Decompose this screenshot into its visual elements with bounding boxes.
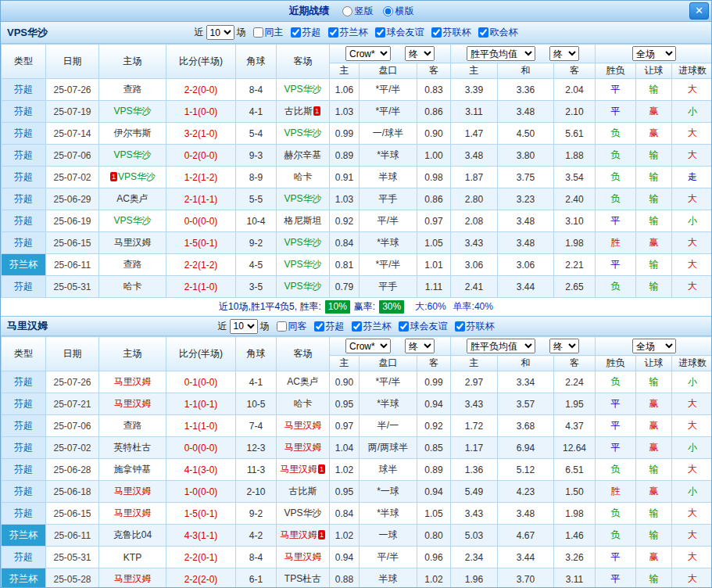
filter-checkbox[interactable]: 球会友谊 (399, 320, 448, 333)
home-team-cell[interactable]: AC奥卢 (99, 188, 166, 210)
filter-checkbox[interactable]: 芬联杯 (431, 26, 471, 39)
filter-checkbox[interactable]: 欧会杯 (478, 26, 518, 39)
away-team-cell[interactable]: 马里汉姆 (277, 437, 330, 459)
date-cell: 25-07-26 (46, 79, 99, 101)
filter-checkbox-input[interactable] (399, 321, 409, 332)
team-name-text: 古比斯 (289, 486, 317, 497)
goals-result-cell: 大 (672, 415, 712, 437)
home-team-cell[interactable]: 哈卡 (99, 276, 166, 298)
home-team-cell[interactable]: 马里汉姆 (99, 232, 166, 254)
avg-odds-select[interactable]: 胜平负均值 (467, 46, 535, 61)
away-team-cell[interactable]: VPS华沙 (277, 79, 330, 101)
away-team-cell[interactable]: 哈卡 (277, 167, 330, 188)
filter-checkbox[interactable]: 芬兰杯 (328, 26, 368, 39)
filter-checkbox-input[interactable] (431, 27, 442, 38)
away-team-cell[interactable]: VPS华沙 (277, 232, 330, 254)
home-team-cell[interactable]: 查路 (99, 415, 166, 437)
away-team-cell[interactable]: 赫尔辛基 (277, 145, 330, 167)
away-team-cell[interactable]: VPS华沙 (277, 254, 330, 276)
fulltime-select[interactable]: 全场 (632, 339, 676, 353)
away-team-cell[interactable]: 哈卡 (277, 393, 330, 415)
filter-checkbox-input[interactable] (253, 27, 263, 38)
home-team-cell[interactable]: 查路 (99, 79, 166, 101)
matches-table-mariehamn: 类型 日期 主场 比分(半场) 角球 客场 Crow*终 胜平负均值终 全场 (1, 336, 712, 588)
filter-checkbox-input[interactable] (314, 321, 324, 332)
away-team-cell[interactable]: VPS华沙 (277, 276, 330, 298)
home-team-cell[interactable]: 1VPS华沙 (99, 167, 166, 188)
filter-checkbox[interactable]: 球会友谊 (375, 26, 424, 39)
score-cell: 0-0(0-0) (166, 210, 236, 232)
filter-checkbox-input[interactable] (352, 321, 362, 332)
home-team-cell[interactable]: 马里汉姆 (99, 503, 166, 525)
filter-checkbox[interactable]: 芬超 (291, 26, 321, 39)
home-team-cell[interactable]: 施拿钟基 (99, 459, 166, 481)
bookmaker-select[interactable]: Crow* (345, 339, 391, 353)
handicap-result-cell: 输 (636, 276, 672, 298)
home-team-cell[interactable]: 查路 (99, 254, 166, 276)
away-team-cell[interactable]: 古比斯1 (277, 101, 330, 123)
home-team-cell[interactable]: VPS华沙 (99, 101, 166, 123)
fulltime-select[interactable]: 全场 (632, 46, 676, 61)
away-team-cell[interactable]: AC奥卢 (277, 371, 330, 393)
odds-away-cell: 0.86 (417, 188, 451, 210)
home-team-cell[interactable]: 克鲁比04 (99, 525, 166, 547)
team-name-text: 马里汉姆 (114, 486, 152, 497)
match-row: 芬超25-07-19VPS华沙1-1(0-0)4-1古比斯11.03*平/半0.… (2, 101, 712, 123)
away-team-cell[interactable]: VPS华沙 (277, 188, 330, 210)
filter-checkbox-input[interactable] (375, 27, 385, 38)
layout-vertical-option[interactable]: 竖版 (342, 5, 374, 18)
home-team-cell[interactable]: 马里汉姆 (99, 481, 166, 503)
filter-checkbox-input[interactable] (277, 321, 287, 332)
final-odds-select[interactable]: 终 (405, 339, 435, 353)
close-icon[interactable]: ✕ (689, 2, 709, 20)
away-team-cell[interactable]: 马里汉姆 (277, 547, 330, 568)
horizontal-radio[interactable] (383, 6, 393, 16)
vertical-radio[interactable] (342, 6, 352, 16)
filter-checkbox[interactable]: 芬兰杯 (352, 320, 392, 333)
filter-label: 球会友谊 (387, 26, 424, 39)
home-team-cell[interactable]: 英特杜古 (99, 437, 166, 459)
away-team-cell[interactable]: VPS华沙 (277, 503, 330, 525)
home-team-cell[interactable]: 马里汉姆 (99, 371, 166, 393)
recent-count-select[interactable]: 10 (206, 25, 234, 40)
match-row: 芬超25-06-29AC奥卢2-1(1-1)5-5VPS华沙1.03平手0.86… (2, 188, 712, 210)
home-team-cell[interactable]: KTP (99, 547, 166, 568)
final-odds-select[interactable]: 终 (405, 46, 435, 61)
away-team-cell[interactable]: 古比斯 (277, 481, 330, 503)
bookmaker-select[interactable]: Crow* (345, 46, 391, 61)
final-avg-select[interactable]: 终 (549, 46, 579, 61)
filter-checkbox[interactable]: 同主 (253, 26, 284, 39)
away-team-cell[interactable]: 马里汉姆 (277, 415, 330, 437)
home-team-cell[interactable]: VPS华沙 (99, 210, 166, 232)
filter-checkbox-input[interactable] (455, 321, 465, 332)
odds-home-cell: 0.79 (330, 276, 360, 298)
away-team-cell[interactable]: 马里汉姆1 (277, 459, 330, 481)
team-name-text: VPS华沙 (113, 149, 151, 160)
odds-away-cell: 0.97 (417, 210, 451, 232)
team-name-text: VPS华沙 (284, 281, 321, 292)
away-team-cell[interactable]: 格尼斯坦 (277, 210, 330, 232)
filter-label: 芬联杯 (443, 26, 471, 39)
home-team-cell[interactable]: 马里汉姆 (99, 393, 166, 415)
avg-home-cell: 3.43 (451, 503, 498, 525)
avg-odds-select[interactable]: 胜平负均值 (467, 339, 535, 353)
filter-checkbox[interactable]: 芬联杯 (455, 320, 495, 333)
layout-horizontal-option[interactable]: 横版 (383, 5, 414, 18)
goals-result-cell: 大 (672, 79, 712, 101)
filter-checkbox-input[interactable] (328, 27, 338, 38)
home-team-cell[interactable]: 伊尔韦斯 (99, 123, 166, 145)
away-team-cell[interactable]: 马里汉姆1 (277, 525, 330, 547)
away-team-cell[interactable]: TPS杜古 (277, 568, 330, 588)
filter-checkbox[interactable]: 同客 (277, 320, 307, 333)
final-avg-select[interactable]: 终 (549, 339, 579, 353)
matches-table-vps: 类型 日期 主场 比分(半场) 角球 客场 Crow*终 胜平负均值终 全场 (1, 44, 712, 298)
home-team-cell[interactable]: VPS华沙 (99, 145, 166, 167)
away-team-cell[interactable]: VPS华沙 (277, 123, 330, 145)
home-team-cell[interactable]: 马里汉姆 (99, 568, 166, 588)
avg-draw-cell: 3.23 (498, 188, 554, 210)
team-name-text: VPS华沙 (113, 215, 151, 226)
filter-checkbox[interactable]: 芬超 (314, 320, 345, 333)
recent-count-select[interactable]: 10 (230, 319, 258, 334)
filter-checkbox-input[interactable] (291, 27, 301, 38)
filter-checkbox-input[interactable] (478, 27, 488, 38)
